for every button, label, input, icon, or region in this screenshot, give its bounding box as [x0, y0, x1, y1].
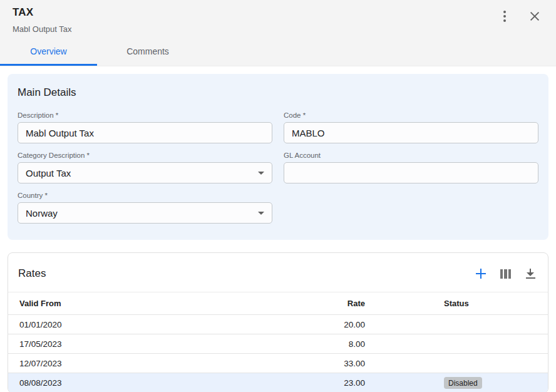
- description-field-group: Description *: [18, 111, 272, 143]
- category-description-value: Output Tax: [26, 168, 71, 178]
- valid-from-cell: 17/05/2023: [8, 339, 284, 349]
- code-field-group: Code *: [284, 111, 538, 143]
- main-details-card: Main Details Description * Code * Catego…: [8, 74, 548, 240]
- close-icon: [530, 11, 540, 21]
- table-row[interactable]: 17/05/2023 8.00: [8, 334, 548, 354]
- main-details-title: Main Details: [18, 86, 538, 99]
- rates-card: Rates Valid From Rate Status 01/01/2020 …: [8, 252, 548, 392]
- code-label: Code *: [284, 111, 538, 119]
- table-row[interactable]: 01/01/2020 20.00: [8, 315, 548, 334]
- kebab-menu-icon: [503, 11, 506, 22]
- country-field-group: Country * Norway: [18, 192, 272, 224]
- tab-overview[interactable]: Overview: [0, 38, 97, 66]
- rates-toolbar: [476, 269, 535, 279]
- close-button[interactable]: [527, 9, 542, 24]
- rate-cell: 33.00: [284, 359, 365, 368]
- rates-table: Valid From Rate Status 01/01/2020 20.00 …: [8, 292, 548, 392]
- table-row[interactable]: 08/08/2023 23.00 Disabled: [8, 373, 548, 392]
- country-label: Country *: [18, 192, 272, 199]
- status-cell: Disabled: [365, 377, 548, 389]
- valid-from-cell: 12/07/2023: [8, 359, 284, 368]
- status-badge: Disabled: [444, 377, 482, 389]
- more-options-button[interactable]: [497, 9, 512, 24]
- rate-cell: 8.00: [284, 339, 365, 349]
- page-subtitle: Mabl Output Tax: [13, 24, 556, 34]
- column-header-rate[interactable]: Rate: [284, 299, 365, 308]
- country-select[interactable]: Norway: [18, 202, 272, 224]
- chevron-down-icon: [258, 172, 264, 175]
- category-description-field-group: Category Description * Output Tax: [18, 152, 272, 183]
- rates-title: Rates: [18, 267, 46, 280]
- columns-icon[interactable]: [500, 269, 511, 279]
- tab-comments[interactable]: Comments: [97, 38, 198, 66]
- gl-account-label: GL Account: [284, 152, 538, 159]
- country-value: Norway: [26, 208, 58, 219]
- category-description-label: Category Description *: [18, 152, 272, 159]
- category-description-select[interactable]: Output Tax: [18, 162, 272, 183]
- gl-account-field-group: GL Account: [284, 152, 538, 183]
- tab-bar: Overview Comments: [0, 38, 198, 66]
- valid-from-cell: 01/01/2020: [8, 320, 284, 329]
- code-input[interactable]: [284, 122, 538, 143]
- table-header-row: Valid From Rate Status: [8, 292, 548, 315]
- rate-cell: 20.00: [284, 320, 365, 329]
- rate-cell: 23.00: [284, 378, 365, 388]
- dialog-header: TAX Mabl Output Tax Overview Comments: [0, 0, 556, 66]
- page-title: TAX: [13, 6, 556, 19]
- table-body: 01/01/2020 20.00 17/05/2023 8.00 12/07/2…: [8, 315, 548, 392]
- description-label: Description *: [18, 111, 272, 119]
- column-header-valid-from[interactable]: Valid From: [8, 299, 284, 308]
- column-header-status[interactable]: Status: [365, 299, 548, 308]
- add-rate-button[interactable]: [476, 269, 486, 279]
- table-row[interactable]: 12/07/2023 33.00: [8, 354, 548, 373]
- valid-from-cell: 08/08/2023: [8, 378, 284, 388]
- chevron-down-icon: [258, 212, 264, 215]
- description-input[interactable]: [18, 122, 272, 143]
- download-icon[interactable]: [525, 269, 535, 279]
- gl-account-input[interactable]: [284, 162, 538, 183]
